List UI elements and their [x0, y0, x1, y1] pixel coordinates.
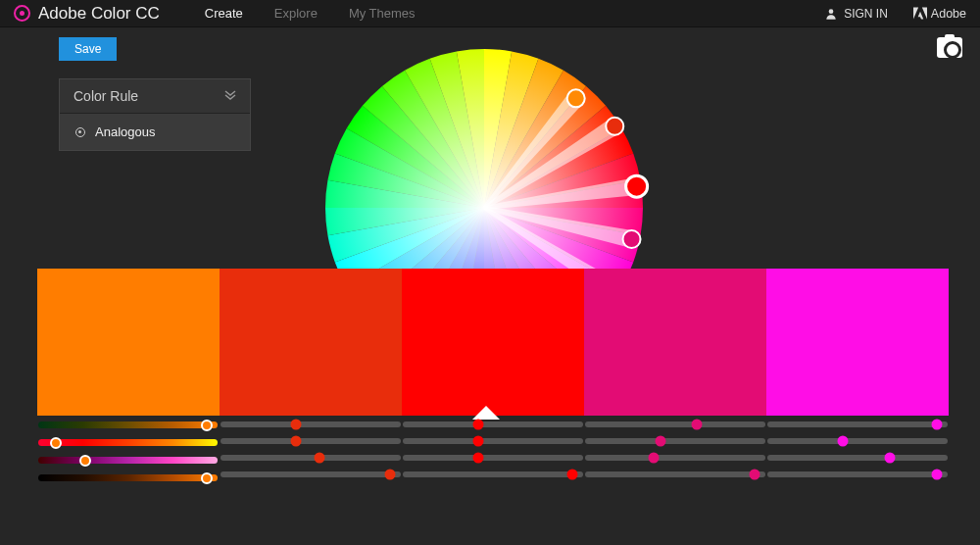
adobe-link[interactable]: Adobe	[913, 7, 966, 21]
nav-explore[interactable]: Explore	[274, 6, 318, 21]
product-name: Adobe Color CC	[38, 4, 160, 24]
wheel-marker[interactable]	[606, 118, 623, 135]
wheel-marker[interactable]	[567, 89, 585, 107]
color-slider[interactable]	[767, 455, 948, 461]
slider-thumb[interactable]	[201, 472, 213, 484]
slider-thumb[interactable]	[384, 470, 395, 480]
color-slider[interactable]	[585, 471, 765, 477]
nav-my-themes[interactable]: My Themes	[349, 6, 416, 21]
slider-thumb[interactable]	[931, 470, 942, 480]
wheel-marker[interactable]	[623, 230, 641, 248]
color-rule-panel: Color Rule Analogous	[59, 78, 251, 151]
slider-thumb[interactable]	[79, 455, 91, 467]
slider-thumb[interactable]	[692, 420, 703, 430]
chevron-down-icon	[224, 89, 236, 103]
rule-option-analogous[interactable]: Analogous	[60, 114, 250, 150]
color-slider[interactable]	[767, 421, 948, 427]
nav-create[interactable]: Create	[205, 6, 243, 21]
color-slider[interactable]	[403, 421, 583, 427]
slider-thumb[interactable]	[931, 420, 942, 430]
sliders-area	[37, 421, 949, 492]
user-icon	[824, 7, 838, 21]
extract-from-image-button[interactable]	[937, 37, 962, 58]
color-slider[interactable]	[38, 474, 218, 481]
slider-thumb[interactable]	[315, 453, 325, 464]
app-header: Adobe Color CC Create Explore My Themes …	[0, 0, 980, 27]
color-slider[interactable]	[220, 455, 401, 461]
slider-thumb[interactable]	[749, 470, 760, 480]
slider-thumb[interactable]	[838, 436, 849, 447]
color-rule-toggle[interactable]: Color Rule	[60, 79, 250, 114]
color-slider[interactable]	[585, 438, 765, 444]
slider-thumb[interactable]	[291, 420, 302, 430]
color-slider[interactable]	[403, 471, 583, 477]
radio-selected-icon	[75, 127, 85, 137]
color-rule-heading: Color Rule	[74, 88, 138, 104]
adobe-logo-icon	[913, 7, 927, 20]
slider-thumb[interactable]	[473, 453, 484, 464]
rule-option-label: Analogous	[95, 124, 155, 139]
svg-marker-3	[918, 12, 924, 20]
slider-thumb[interactable]	[473, 436, 484, 447]
slider-thumb[interactable]	[473, 420, 484, 430]
color-slider[interactable]	[220, 471, 401, 477]
adobe-color-logo-icon	[14, 5, 30, 22]
slider-thumb[interactable]	[291, 436, 302, 447]
color-slider[interactable]	[403, 455, 583, 461]
base-color-indicator-icon	[472, 406, 500, 420]
slider-thumb[interactable]	[50, 437, 62, 449]
color-slider[interactable]	[38, 457, 218, 464]
sign-in-label: SIGN IN	[844, 7, 888, 21]
color-slider[interactable]	[403, 438, 583, 444]
palette-swatch[interactable]	[220, 269, 402, 416]
color-slider[interactable]	[767, 438, 948, 444]
palette-swatch[interactable]	[766, 269, 949, 416]
color-slider[interactable]	[585, 455, 765, 461]
wheel-marker[interactable]	[626, 175, 648, 197]
slider-thumb[interactable]	[885, 453, 896, 464]
slider-thumb[interactable]	[201, 420, 213, 431]
palette-row	[37, 269, 949, 416]
svg-point-0	[829, 9, 834, 14]
palette-swatch[interactable]	[37, 269, 220, 416]
svg-marker-1	[922, 7, 927, 19]
color-slider[interactable]	[220, 421, 401, 427]
slider-thumb[interactable]	[656, 436, 666, 447]
color-slider[interactable]	[585, 421, 765, 427]
color-slider[interactable]	[38, 421, 218, 428]
adobe-label: Adobe	[931, 7, 966, 21]
sign-in-link[interactable]: SIGN IN	[824, 7, 888, 21]
palette-swatch[interactable]	[402, 269, 584, 416]
color-slider[interactable]	[220, 438, 401, 444]
slider-thumb[interactable]	[648, 453, 659, 464]
color-slider[interactable]	[767, 471, 948, 477]
palette-swatch[interactable]	[584, 269, 766, 416]
save-button[interactable]: Save	[59, 37, 117, 61]
slider-thumb[interactable]	[566, 470, 577, 480]
svg-marker-2	[913, 7, 918, 19]
color-slider[interactable]	[38, 439, 218, 446]
